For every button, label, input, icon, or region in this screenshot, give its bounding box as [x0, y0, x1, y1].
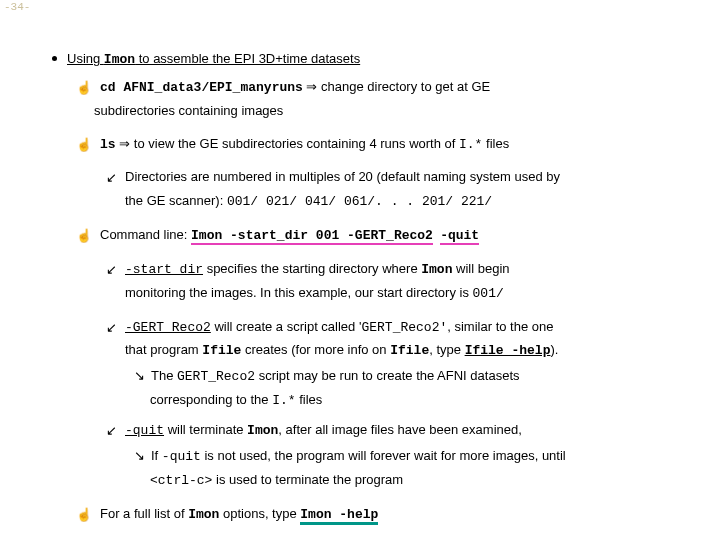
item-gert-text: -GERT_Reco2 will create a script called …	[125, 318, 553, 338]
item-cd: ☝ cd AFNI_data3/EPI_manyruns ⇒ change di…	[76, 78, 692, 98]
item-help: ☝ For a full list of Imon options, type …	[76, 505, 692, 525]
item-ls: ☝ ls ⇒ to view the GE subdirectories con…	[76, 135, 692, 155]
finger-icon: ☝	[76, 136, 92, 155]
item-quit-text: -quit will terminate Imon, after all ima…	[125, 421, 522, 441]
main-bullet: Using Imon to assemble the EPI 3D+time d…	[52, 50, 692, 70]
item-startdir-cont: monitoring the images. In this example, …	[125, 284, 692, 304]
item-cd-text: cd AFNI_data3/EPI_manyruns ⇒ change dire…	[100, 78, 490, 98]
arrow-sw-icon: ↙	[106, 169, 117, 188]
page-number: -34-	[4, 1, 30, 13]
item-help-text: For a full list of Imon options, type Im…	[100, 505, 378, 525]
item-gert-cont: that program Ifile creates (for more inf…	[125, 341, 692, 361]
item-quit: ↙ -quit will terminate Imon, after all i…	[106, 421, 692, 441]
item-quit-sub-cont: <ctrl-c> is used to terminate the progra…	[150, 471, 692, 491]
item-cmdline-text: Command line: Imon -start_dir 001 -GERT_…	[100, 226, 479, 246]
item-ls-text: ls ⇒ to view the GE subdirectories conta…	[100, 135, 509, 155]
finger-icon: ☝	[76, 79, 92, 98]
item-quit-sub-text: If -quit is not used, the program will f…	[151, 447, 566, 467]
item-cd-cont: subdirectories containing images	[94, 102, 692, 121]
main-text: Using Imon to assemble the EPI 3D+time d…	[67, 50, 360, 70]
item-dirs-cont: the GE scanner): 001/ 021/ 041/ 061/. . …	[125, 192, 692, 212]
finger-icon: ☝	[76, 506, 92, 525]
item-dirs: ↙ Directories are numbered in multiples …	[106, 168, 692, 188]
arrow-se-icon: ↘	[134, 447, 145, 466]
item-startdir-text: -start_dir specifies the starting direct…	[125, 260, 510, 280]
arrow-sw-icon: ↙	[106, 261, 117, 280]
item-dirs-text: Directories are numbered in multiples of…	[125, 168, 560, 187]
item-gert: ↙ -GERT_Reco2 will create a script calle…	[106, 318, 692, 338]
item-cmdline: ☝ Command line: Imon -start_dir 001 -GER…	[76, 226, 692, 246]
item-gert-sub-text: The GERT_Reco2 script may be run to crea…	[151, 367, 520, 387]
item-startdir: ↙ -start_dir specifies the starting dire…	[106, 260, 692, 280]
item-gert-sub-cont: corresponding to the I.* files	[150, 391, 692, 411]
finger-icon: ☝	[76, 227, 92, 246]
slide-body: Using Imon to assemble the EPI 3D+time d…	[52, 50, 692, 524]
arrow-se-icon: ↘	[134, 367, 145, 386]
item-gert-sub: ↘ The GERT_Reco2 script may be run to cr…	[134, 367, 692, 387]
bullet-dot-icon	[52, 56, 57, 61]
arrow-sw-icon: ↙	[106, 319, 117, 338]
item-quit-sub: ↘ If -quit is not used, the program will…	[134, 447, 692, 467]
arrow-sw-icon: ↙	[106, 422, 117, 441]
